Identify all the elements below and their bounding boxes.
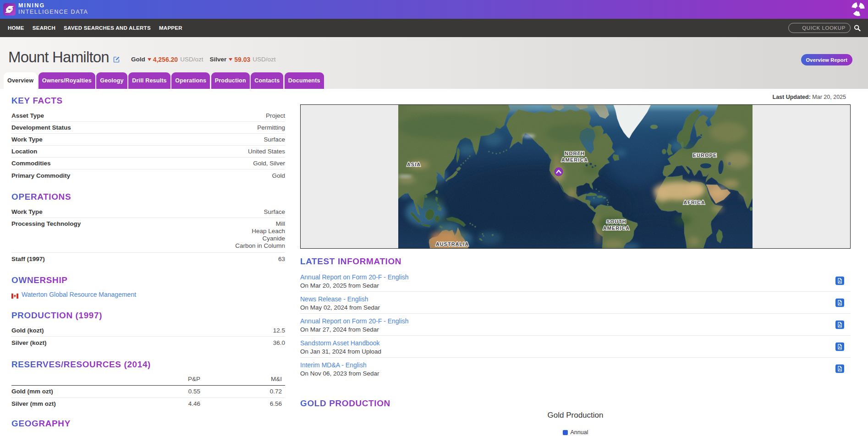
search-icon[interactable]	[854, 25, 861, 32]
quick-lookup-input[interactable]	[788, 23, 851, 33]
list-item: Interim MD&A - English On Nov 06, 2023 f…	[300, 358, 851, 380]
row-value: Project	[266, 112, 285, 119]
document-meta: On Jan 31, 2024 from Upload	[300, 348, 851, 355]
brand-line2: INTELLIGENCE DATA	[18, 9, 88, 15]
latest-information-heading: LATEST INFORMATION	[300, 257, 401, 266]
pdf-icon[interactable]	[835, 342, 844, 351]
widget-flower-icon[interactable]	[851, 1, 866, 16]
document-link[interactable]: Annual Report on Form 20-F - English	[300, 317, 409, 325]
operations-table: Work Type Surface Processing Technology …	[11, 206, 285, 265]
processing-value: Cyanide	[235, 235, 285, 242]
world-map-svg: ASIA NORTH AMERICA EUROPE AFRICA SOUTH A…	[398, 105, 753, 248]
tab-documents[interactable]: Documents	[285, 72, 324, 89]
document-link[interactable]: Sandstorm Asset Handbook	[300, 339, 380, 347]
row-value: 63	[278, 256, 285, 262]
key-facts-row: Location United States	[11, 146, 285, 158]
page-header: Mount Hamilton Gold 4,256.20 USD/ozt Sil…	[0, 37, 868, 89]
pdf-icon[interactable]	[835, 320, 844, 329]
brand-logo-icon[interactable]	[3, 3, 16, 16]
tab-production[interactable]: Production	[211, 72, 250, 89]
operations-row: Staff (1997) 63	[11, 253, 285, 265]
main-nav: HOME SEARCH SAVED SEARCHES AND ALERTS MA…	[0, 19, 868, 37]
row-label: Asset Type	[11, 112, 266, 119]
tab-overview[interactable]: Overview	[4, 72, 37, 89]
operations-row-processing: Processing Technology Mill Heap Leach Cy…	[11, 218, 285, 253]
silver-price-unit: USD/ozt	[253, 56, 275, 63]
last-updated-label: Last Updated:	[773, 94, 811, 100]
chart-legend[interactable]: Annual	[300, 429, 851, 436]
reserves-header-row: P&P M&I	[11, 369, 285, 386]
document-link[interactable]: Interim MD&A - English	[300, 361, 367, 369]
production-heading: PRODUCTION (1997)	[11, 311, 102, 320]
gold-price-value: 4,256.20	[153, 56, 178, 63]
column-header-mi: M&I	[203, 376, 285, 382]
owner-row: Waterton Global Resource Management	[11, 291, 285, 298]
row-value: Surface	[264, 208, 285, 215]
content: KEY FACTS Asset Type Project Development…	[0, 89, 868, 436]
silver-price-label: Silver	[209, 56, 226, 63]
legend-marker	[563, 430, 568, 435]
row-label: Development Status	[11, 124, 257, 131]
row-value: Permitting	[257, 124, 285, 131]
nav-item-saved-searches[interactable]: SAVED SEARCHES AND ALERTS	[60, 25, 155, 31]
nav-item-search[interactable]: SEARCH	[28, 25, 60, 31]
operations-row: Work Type Surface	[11, 206, 285, 218]
tab-drill-results[interactable]: Drill Results	[128, 72, 170, 89]
last-updated-value: Mar 20, 2025	[812, 94, 846, 100]
tab-contacts[interactable]: Contacts	[251, 72, 283, 89]
chart-title: Gold Production	[300, 411, 851, 420]
row-label: Silver (kozt)	[11, 339, 273, 346]
nav-item-home[interactable]: HOME	[4, 25, 28, 31]
map-marker[interactable]	[555, 168, 563, 176]
legend-label: Annual	[571, 429, 588, 436]
row-value: 36.0	[273, 339, 285, 346]
document-meta: On Nov 06, 2023 from Sedar	[300, 370, 851, 377]
map-label-south-america-2: AMERICA	[603, 225, 630, 231]
right-column: Last Updated: Mar 20, 2025	[300, 89, 851, 436]
row-value-mi: 6.56	[203, 400, 285, 407]
map-label-south-america-1: SOUTH	[606, 219, 626, 224]
document-link[interactable]: News Release - English	[300, 295, 368, 303]
row-label: Silver (mm ozt)	[11, 400, 154, 407]
silver-price-down-icon	[229, 58, 232, 61]
tab-owners-royalties[interactable]: Owners/Royalties	[38, 72, 95, 89]
overview-report-button[interactable]: Overview Report	[801, 54, 852, 65]
pdf-icon[interactable]	[835, 298, 844, 307]
row-label: Location	[11, 148, 248, 155]
tab-geology[interactable]: Geology	[96, 72, 127, 89]
owner-link[interactable]: Waterton Global Resource Management	[22, 291, 136, 298]
pdf-icon[interactable]	[835, 276, 844, 285]
row-label: Work Type	[11, 208, 264, 215]
row-label: Processing Technology	[11, 220, 235, 227]
gold-price-down-icon	[148, 58, 151, 61]
processing-value: Carbon in Column	[235, 242, 285, 250]
map-label-australia: AUSTRALIA	[436, 241, 469, 247]
row-label: Gold (mm ozt)	[11, 388, 154, 395]
pdf-icon[interactable]	[835, 365, 844, 373]
nav-item-mapper[interactable]: MAPPER	[155, 25, 187, 31]
production-row: Gold (kozt) 12.5	[11, 325, 285, 337]
page-title: Mount Hamilton	[8, 47, 109, 68]
last-updated: Last Updated: Mar 20, 2025	[300, 94, 851, 100]
row-label: Staff (1997)	[11, 256, 278, 262]
map-texture	[398, 105, 753, 248]
map-label-asia: ASIA	[407, 162, 421, 167]
key-facts-row: Asset Type Project	[11, 110, 285, 122]
tab-operations[interactable]: Operations	[171, 72, 210, 89]
row-value: Surface	[264, 136, 285, 143]
processing-value: Mill	[235, 220, 285, 228]
row-values: Mill Heap Leach Cyanide Carbon in Column	[235, 220, 285, 250]
map-label-europe: EUROPE	[693, 153, 717, 158]
edit-icon[interactable]	[113, 56, 120, 63]
latest-information-list: Annual Report on Form 20-F - English On …	[300, 270, 851, 380]
world-map[interactable]: ASIA NORTH AMERICA EUROPE AFRICA SOUTH A…	[300, 104, 851, 249]
map-label-africa: AFRICA	[683, 200, 705, 205]
document-link[interactable]: Annual Report on Form 20-F - English	[300, 273, 409, 281]
production-table: Gold (kozt) 12.5 Silver (kozt) 36.0	[11, 325, 285, 349]
document-meta: On May 02, 2024 from Sedar	[300, 304, 851, 311]
key-facts-row: Work Type Surface	[11, 134, 285, 146]
gold-production-chart: Gold Production Annual	[300, 411, 851, 436]
key-facts-row: Primary Commodity Gold	[11, 169, 285, 181]
main-nav-list: HOME SEARCH SAVED SEARCHES AND ALERTS MA…	[4, 25, 187, 31]
row-label: Work Type	[11, 136, 264, 143]
